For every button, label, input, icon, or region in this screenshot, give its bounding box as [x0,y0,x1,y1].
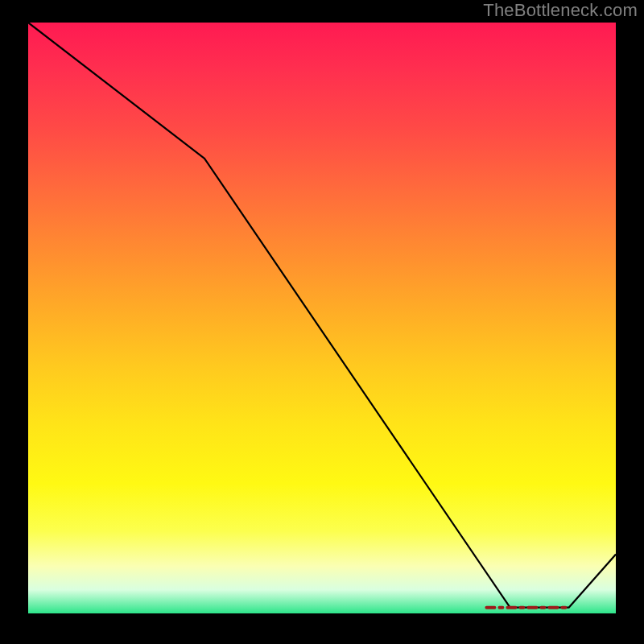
chart-stage: TheBottleneck.com [0,0,644,644]
plot-area [28,23,616,613]
watermark-text: TheBottleneck.com [483,0,638,21]
bottleneck-curve [28,23,616,608]
chart-svg [28,23,616,613]
